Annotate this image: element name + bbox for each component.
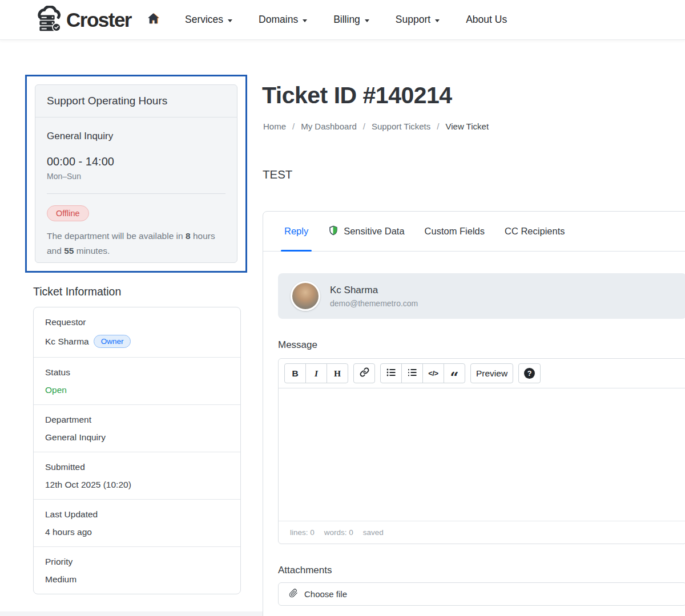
breadcrumb-view-ticket: View Ticket: [445, 121, 489, 131]
nav-item-label: Billing: [333, 14, 360, 26]
ticket-reply-card: Reply Sensitive Data Custom Fields CC Re…: [263, 211, 685, 616]
info-row-department: Department General Inquiry: [34, 405, 240, 452]
list-format-group: </> “: [380, 363, 465, 383]
divider: [47, 193, 225, 194]
info-label: Last Updated: [45, 509, 229, 520]
author-box: Kc Sharma demo@thememetro.com: [278, 273, 685, 319]
nav-item-about-us[interactable]: About Us: [453, 14, 520, 26]
nav-item-label: Support: [396, 14, 430, 26]
breadcrumb-home[interactable]: Home: [263, 121, 286, 131]
offline-status-badge: Offline: [47, 205, 89, 221]
home-nav-button[interactable]: [137, 12, 172, 27]
ticket-subject: TEST: [263, 168, 292, 181]
nav-item-billing[interactable]: Billing: [320, 14, 382, 26]
shield-icon: [328, 225, 339, 238]
info-row-status: Status Open: [34, 358, 240, 405]
info-label: Status: [45, 367, 229, 378]
link-button[interactable]: [353, 363, 375, 383]
nav-item-label: About Us: [466, 14, 507, 26]
nav-item-label: Domains: [259, 14, 298, 26]
tab-label: Sensitive Data: [344, 226, 404, 237]
breadcrumb: Home / My Dashboard / Support Tickets / …: [263, 121, 489, 131]
nav-item-services[interactable]: Services: [172, 14, 245, 26]
availability-part: minutes.: [74, 246, 110, 256]
server-cloud-logo-icon: [33, 6, 64, 34]
author-email: demo@thememetro.com: [330, 299, 418, 308]
owner-badge: Owner: [94, 335, 131, 348]
info-value: 4 hours ago: [45, 527, 229, 537]
availability-text: The department will be available in 8 ho…: [47, 229, 225, 259]
brand-logo[interactable]: Croster: [33, 6, 131, 34]
chevron-down-icon: [365, 19, 369, 22]
breadcrumb-support-tickets[interactable]: Support Tickets: [372, 121, 430, 131]
message-editor[interactable]: [279, 388, 685, 521]
reply-tab-content: Kc Sharma demo@thememetro.com Message B …: [263, 252, 685, 616]
info-row-priority: Priority Medium: [34, 547, 240, 594]
help-group: ?: [518, 363, 541, 383]
breadcrumb-my-dashboard[interactable]: My Dashboard: [301, 121, 357, 131]
choose-file-label: Choose file: [304, 589, 347, 599]
availability-part: The department will be available in: [47, 231, 186, 241]
department-name: General Inquiry: [47, 131, 225, 142]
days-range: Mon–Sun: [47, 172, 225, 181]
info-value-status: Open: [45, 385, 229, 395]
info-value: 12th Oct 2025 (10:20): [45, 480, 229, 490]
choose-file-button[interactable]: Choose file: [278, 582, 685, 606]
nav-item-domains[interactable]: Domains: [245, 14, 320, 26]
tab-sensitive-data[interactable]: Sensitive Data: [323, 212, 410, 251]
link-icon: [360, 367, 369, 379]
tab-label: CC Recipients: [505, 226, 565, 237]
nav-item-label: Services: [185, 14, 223, 26]
info-label: Submitted: [45, 462, 229, 472]
editor-toolbar: B I H: [279, 359, 685, 388]
page: Croster Services Domains Billing: [0, 0, 685, 616]
tab-custom-fields[interactable]: Custom Fields: [419, 212, 490, 251]
page-title: Ticket ID #140214: [262, 82, 452, 109]
help-button[interactable]: ?: [518, 363, 541, 383]
availability-hours: 8: [186, 231, 191, 241]
breadcrumb-separator: /: [437, 121, 439, 131]
support-hours-title: Support Operating Hours: [35, 85, 237, 117]
info-value: Kc Sharma: [45, 337, 89, 347]
ticket-information-card: Requestor Kc Sharma Owner Status Open De…: [33, 307, 241, 594]
author-identity: Kc Sharma demo@thememetro.com: [330, 285, 418, 308]
tab-cc-recipients[interactable]: CC Recipients: [499, 212, 570, 251]
saved-indicator: saved: [363, 528, 384, 537]
ticket-information-title: Ticket Information: [33, 285, 121, 298]
ordered-list-button[interactable]: [401, 363, 423, 383]
unordered-list-icon: [386, 368, 396, 379]
unordered-list-button[interactable]: [380, 363, 402, 383]
author-name: Kc Sharma: [330, 285, 418, 296]
help-icon: ?: [524, 368, 535, 379]
lines-count: lines: 0: [290, 528, 315, 537]
info-value: Medium: [45, 574, 229, 585]
avatar: [291, 281, 320, 311]
words-count: words: 0: [324, 528, 353, 537]
tab-label: Custom Fields: [425, 226, 485, 237]
chevron-down-icon: [435, 19, 440, 22]
info-label: Requestor: [45, 317, 229, 327]
info-row-submitted: Submitted 12th Oct 2025 (10:20): [34, 452, 240, 500]
info-row-requestor: Requestor Kc Sharma Owner: [34, 307, 240, 358]
editor-status-bar: lines: 0 words: 0 saved: [279, 521, 685, 544]
tab-reply[interactable]: Reply: [279, 212, 314, 251]
home-icon: [146, 12, 160, 27]
italic-button[interactable]: I: [305, 363, 327, 383]
nav-menu: Services Domains Billing Support About U…: [137, 12, 520, 27]
info-value: General Inquiry: [45, 432, 229, 443]
info-row-last-updated: Last Updated 4 hours ago: [34, 500, 240, 547]
message-editor-container: B I H: [278, 358, 685, 544]
preview-button[interactable]: Preview: [470, 363, 513, 383]
ordered-list-icon: [408, 368, 417, 379]
support-hours-highlight-outline: Support Operating Hours General Inquiry …: [25, 75, 247, 273]
quote-button[interactable]: “: [444, 363, 465, 383]
heading-button[interactable]: H: [327, 363, 348, 383]
tab-bar: Reply Sensitive Data Custom Fields CC Re…: [263, 212, 685, 252]
preview-group: Preview: [470, 363, 513, 383]
breadcrumb-separator: /: [292, 121, 295, 131]
code-button[interactable]: </>: [422, 363, 444, 383]
attachments-title: Attachments: [278, 565, 685, 576]
support-hours-panel: Support Operating Hours General Inquiry …: [35, 84, 237, 263]
nav-item-support[interactable]: Support: [382, 14, 453, 26]
bold-button[interactable]: B: [284, 363, 306, 383]
